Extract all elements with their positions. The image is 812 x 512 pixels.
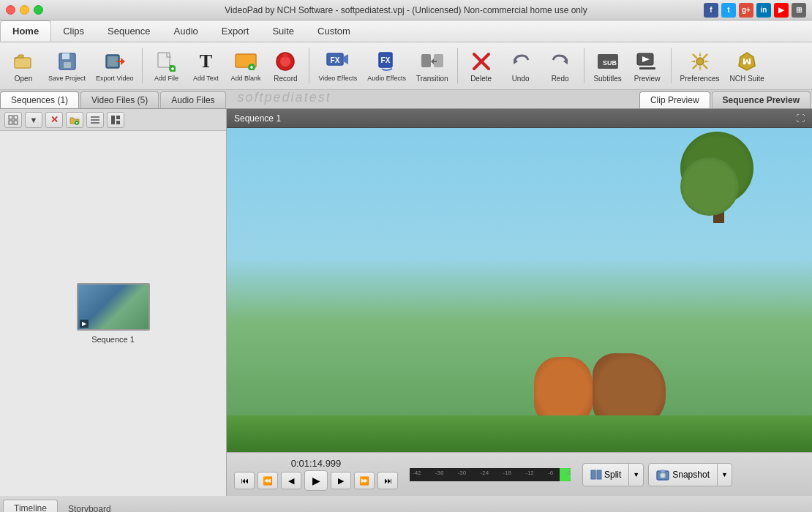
sequence-label: Sequence 1 [91, 335, 135, 344]
nch-suite-button[interactable]: NCH Suite [726, 45, 769, 86]
timeline-tab-bar: Timeline Storyboard [0, 496, 812, 512]
preview-label: Preview [634, 75, 661, 83]
list-view-button[interactable] [86, 112, 104, 128]
menu-suite[interactable]: Suite [260, 20, 306, 42]
snapshot-dropdown-arrow[interactable]: ▼ [718, 464, 732, 486]
twitter-icon[interactable]: t [721, 3, 736, 18]
audio-effects-button[interactable]: FX Audio Effects [363, 45, 410, 86]
split-main[interactable]: Split [583, 464, 629, 486]
subtitles-icon: SUB [596, 50, 620, 73]
undo-label: Undo [512, 75, 530, 83]
add-text-label: Add Text [193, 75, 219, 82]
audio-effects-icon: FX [375, 50, 399, 73]
undo-button[interactable]: Undo [502, 45, 540, 86]
preview-title-bar: Sequence 1 ⛶ [227, 109, 812, 128]
sequences-list: ▶ Sequence 1 [0, 131, 226, 496]
open-button[interactable]: Open [4, 45, 42, 86]
forward-button[interactable]: ▶ [331, 472, 351, 489]
transition-icon [421, 50, 444, 73]
split-dropdown-arrow[interactable]: ▼ [629, 464, 643, 486]
facebook-icon[interactable]: f [704, 3, 718, 18]
undo-icon [509, 50, 533, 73]
tab-sequences[interactable]: Sequences (1) [0, 91, 79, 108]
minimize-button[interactable] [20, 5, 29, 15]
maximize-button[interactable] [34, 5, 43, 15]
nch-social-icon[interactable]: ⊞ [792, 3, 806, 18]
left-panel: ▼ ✕ ▶ Sequence 1 [0, 109, 227, 496]
export-video-button[interactable]: Export Video [91, 45, 138, 86]
sequence-item[interactable]: ▶ Sequence 1 [77, 283, 150, 344]
preview-video-area [227, 128, 812, 452]
subtitles-label: Subtitles [593, 75, 621, 83]
menu-clips[interactable]: Clips [51, 20, 96, 42]
tab-timeline[interactable]: Timeline [3, 500, 58, 512]
menu-audio[interactable]: Audio [162, 20, 210, 42]
nch-suite-label: NCH Suite [730, 75, 764, 83]
redo-button[interactable]: Redo [541, 45, 579, 86]
googleplus-icon[interactable]: g+ [739, 3, 753, 18]
menu-home[interactable]: Home [0, 20, 51, 42]
svg-rect-50 [591, 470, 595, 479]
add-blank-icon [234, 50, 257, 73]
toolbar-separator-5 [671, 48, 672, 83]
next-frame-button[interactable]: ⏩ [354, 472, 375, 489]
video-effects-icon: FX [326, 50, 350, 73]
tab-sequence-preview[interactable]: Sequence Preview [712, 91, 811, 108]
tab-clip-preview[interactable]: Clip Preview [639, 91, 710, 108]
snapshot-button[interactable]: Snapshot ▼ [648, 463, 732, 486]
expand-preview-button[interactable]: ⛶ [796, 113, 805, 124]
preview-icon [636, 50, 659, 73]
select-all-button[interactable] [4, 112, 22, 128]
transition-button[interactable]: Transition [412, 45, 453, 86]
svg-rect-25 [421, 54, 431, 67]
svg-rect-37 [9, 116, 12, 119]
preview-button[interactable]: Preview [628, 45, 666, 86]
linkedin-icon[interactable]: in [756, 3, 771, 18]
svg-rect-2 [62, 53, 69, 59]
play-button[interactable]: ▶ [304, 470, 328, 491]
split-button[interactable]: Split ▼ [582, 463, 644, 486]
add-text-button[interactable]: T Add Text [187, 45, 225, 86]
tab-storyboard[interactable]: Storyboard [58, 501, 121, 512]
tab-audio-files[interactable]: Audio Files [160, 91, 225, 108]
go-start-button[interactable]: ⏮ [234, 472, 255, 489]
save-project-button[interactable]: Save Project [44, 45, 90, 86]
add-file-button[interactable]: Add File [147, 45, 185, 86]
menu-sequence[interactable]: Sequence [96, 20, 162, 42]
delete-button[interactable]: Delete [462, 45, 500, 86]
subtitles-button[interactable]: SUB Subtitles [589, 45, 627, 86]
filter-dropdown-button[interactable]: ▼ [25, 112, 42, 128]
playback-time: 0:01:14.999 [287, 458, 345, 469]
menu-export[interactable]: Export [210, 20, 261, 42]
svg-rect-8 [158, 53, 170, 67]
grid-view-button[interactable] [107, 112, 124, 128]
social-icons: f t g+ in ▶ ⊞ [704, 3, 806, 18]
rewind-button[interactable]: ◀ [281, 472, 301, 489]
open-icon [12, 50, 35, 73]
tab-video-files[interactable]: Video Files (5) [80, 91, 159, 108]
add-folder-button[interactable] [66, 112, 83, 128]
svg-point-19 [283, 53, 287, 58]
file-tabs: Sequences (1) Video Files (5) Audio File… [0, 90, 812, 109]
menu-custom[interactable]: Custom [306, 20, 362, 42]
volume-meter: -42-36-30-24-18-12-60 [410, 468, 571, 481]
close-button[interactable] [6, 5, 15, 15]
preferences-button[interactable]: Preferences [676, 45, 724, 86]
main-area: ▼ ✕ ▶ Sequence 1 [0, 109, 812, 496]
toolbar-separator-1 [142, 48, 143, 83]
record-button[interactable]: Record [266, 45, 304, 86]
window-controls[interactable] [6, 5, 43, 15]
remove-button[interactable]: ✕ [45, 112, 63, 128]
svg-point-36 [696, 58, 704, 65]
add-blank-button[interactable]: Add Blank [226, 45, 265, 86]
video-effects-button[interactable]: FX Video Effects [314, 45, 361, 86]
add-file-icon [154, 50, 178, 73]
go-end-button[interactable]: ⏭ [377, 472, 398, 489]
prev-frame-button[interactable]: ⏪ [257, 472, 278, 489]
toolbar: Open Save Project Export Video Add File … [0, 42, 812, 90]
youtube-icon[interactable]: ▶ [774, 3, 789, 18]
svg-marker-22 [343, 54, 348, 64]
watermark-text: softpediatest [228, 87, 342, 108]
snapshot-main[interactable]: Snapshot [649, 464, 718, 486]
preferences-label: Preferences [680, 75, 720, 83]
